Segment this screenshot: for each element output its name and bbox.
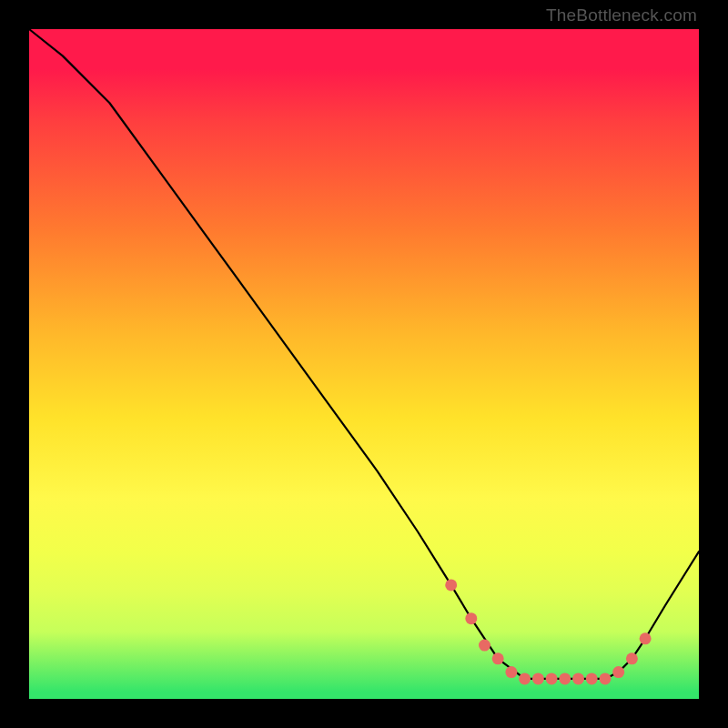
watermark-text: TheBottleneck.com (546, 5, 697, 25)
plot-gradient-background (29, 29, 699, 699)
curve-marker-dot (445, 579, 457, 591)
bottleneck-curve (29, 29, 699, 679)
curve-marker-dot (532, 672, 544, 684)
curve-marker-dot (586, 672, 598, 684)
curve-marker-dot (626, 652, 638, 664)
curve-marker-dot (546, 672, 558, 684)
chart-svg (29, 29, 699, 699)
curve-marker-dot (519, 672, 531, 684)
curve-marker-dot (479, 640, 490, 652)
curve-marker-dot (559, 672, 571, 684)
curve-markers (445, 579, 651, 684)
curve-marker-dot (612, 666, 624, 678)
curve-marker-dot (505, 666, 517, 678)
curve-marker-dot (465, 612, 477, 624)
curve-marker-dot (492, 652, 504, 664)
curve-marker-dot (600, 672, 612, 684)
chart-frame: TheBottleneck.com (0, 0, 728, 728)
curve-marker-dot (640, 632, 652, 644)
curve-marker-dot (572, 672, 584, 684)
